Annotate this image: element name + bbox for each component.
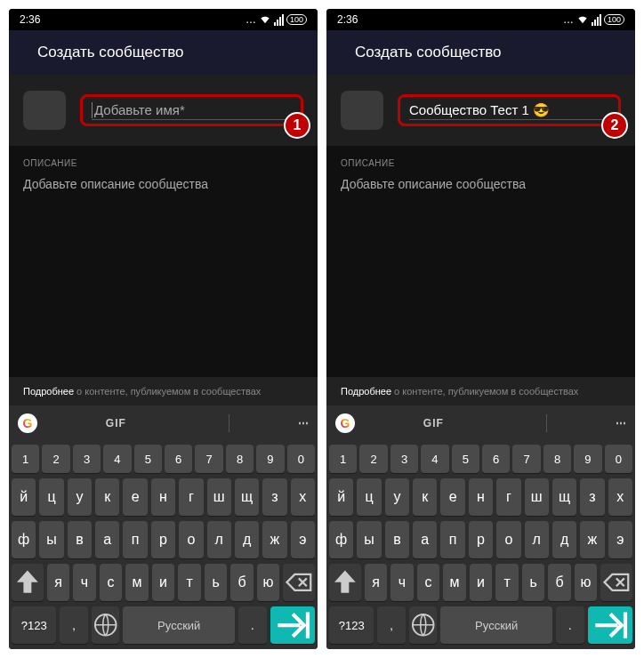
key-п[interactable]: п [123, 521, 147, 558]
key-ч[interactable]: ч [73, 564, 96, 601]
key-ь[interactable]: ь [522, 564, 545, 601]
key-щ[interactable]: щ [552, 478, 576, 516]
key-4[interactable]: 4 [103, 445, 131, 473]
key-ц[interactable]: ц [357, 478, 381, 516]
key-shift[interactable] [329, 564, 361, 601]
gif-button[interactable]: GIF [106, 417, 126, 429]
key-г[interactable]: г [496, 478, 520, 516]
key-ж[interactable]: ж [580, 521, 604, 558]
key-8[interactable]: 8 [226, 445, 254, 473]
key-р[interactable]: р [469, 521, 493, 558]
google-icon[interactable]: G [18, 413, 37, 433]
key-4[interactable]: 4 [421, 445, 448, 473]
description-input[interactable]: Добавьте описание сообщества [23, 177, 303, 191]
key-ы[interactable]: ы [39, 521, 63, 558]
key-3[interactable]: 3 [390, 445, 418, 473]
key-space[interactable]: Русский [440, 606, 552, 644]
key-э[interactable]: э [291, 521, 315, 558]
key-г[interactable]: г [179, 478, 203, 516]
key-comma[interactable]: , [377, 606, 405, 644]
add-photo-button[interactable] [341, 91, 383, 130]
key-language[interactable] [409, 606, 437, 644]
name-input-placeholder[interactable]: Добавьте имя* [94, 102, 185, 117]
name-input-value[interactable]: Сообщество Тест 1 😎 [409, 102, 550, 117]
more-icon[interactable]: ⋯ [298, 417, 309, 429]
key-а[interactable]: а [413, 521, 437, 558]
key-3[interactable]: 3 [73, 445, 101, 473]
key-6[interactable]: 6 [165, 445, 192, 473]
key-м[interactable]: м [443, 564, 466, 601]
add-photo-button[interactable] [23, 91, 66, 130]
key-ф[interactable]: ф [329, 521, 353, 558]
key-к[interactable]: к [95, 478, 119, 516]
key-у[interactable]: у [385, 478, 409, 516]
key-щ[interactable]: щ [235, 478, 259, 516]
key-х[interactable]: х [291, 478, 315, 516]
key-р[interactable]: р [151, 521, 175, 558]
key-5[interactable]: 5 [452, 445, 479, 473]
key-с[interactable]: с [100, 564, 123, 601]
key-н[interactable]: н [469, 478, 493, 516]
description-input[interactable]: Добавьте описание сообщества [341, 177, 621, 191]
key-5[interactable]: 5 [134, 445, 162, 473]
key-й[interactable]: й [329, 478, 353, 516]
key-ф[interactable]: ф [12, 521, 36, 558]
key-д[interactable]: д [552, 521, 576, 558]
key-с[interactable]: с [417, 564, 440, 601]
key-н[interactable]: н [151, 478, 175, 516]
key-й[interactable]: й [12, 478, 36, 516]
key-enter[interactable] [270, 606, 315, 644]
name-field[interactable]: Добавьте имя* 1 [80, 94, 303, 127]
key-т[interactable]: т [495, 564, 519, 601]
key-0[interactable]: 0 [605, 445, 632, 473]
key-7[interactable]: 7 [195, 445, 222, 473]
key-а[interactable]: а [95, 521, 119, 558]
key-з[interactable]: з [580, 478, 604, 516]
key-shift[interactable] [12, 564, 44, 601]
footer-info[interactable]: Подробнее о контенте, публикуемом в сооб… [326, 377, 635, 405]
key-у[interactable]: у [68, 478, 92, 516]
key-6[interactable]: 6 [482, 445, 510, 473]
key-symbols[interactable]: ?123 [329, 606, 374, 644]
key-ш[interactable]: ш [525, 478, 549, 516]
key-з[interactable]: з [262, 478, 286, 516]
key-symbols[interactable]: ?123 [12, 606, 56, 644]
google-icon[interactable]: G [335, 413, 355, 433]
key-о[interactable]: о [496, 521, 520, 558]
key-ч[interactable]: ч [390, 564, 414, 601]
key-ы[interactable]: ы [357, 521, 381, 558]
key-х[interactable]: х [608, 478, 632, 516]
key-period[interactable]: . [238, 606, 266, 644]
key-backspace[interactable] [283, 564, 315, 601]
footer-link[interactable]: Подробнее [23, 386, 74, 397]
key-space[interactable]: Русский [123, 606, 235, 644]
key-language[interactable] [92, 606, 119, 644]
key-к[interactable]: к [413, 478, 437, 516]
key-ж[interactable]: ж [262, 521, 286, 558]
key-ц[interactable]: ц [39, 478, 63, 516]
key-в[interactable]: в [68, 521, 92, 558]
key-т[interactable]: т [178, 564, 201, 601]
key-ю[interactable]: ю [257, 564, 280, 601]
key-9[interactable]: 9 [574, 445, 601, 473]
key-б[interactable]: б [548, 564, 571, 601]
key-ю[interactable]: ю [575, 564, 598, 601]
key-1[interactable]: 1 [12, 445, 39, 473]
key-8[interactable]: 8 [543, 445, 571, 473]
key-э[interactable]: э [608, 521, 632, 558]
key-comma[interactable]: , [60, 606, 87, 644]
more-icon[interactable]: ⋯ [616, 417, 626, 429]
key-о[interactable]: о [179, 521, 203, 558]
key-е[interactable]: е [123, 478, 147, 516]
key-и[interactable]: и [152, 564, 175, 601]
key-л[interactable]: л [525, 521, 549, 558]
key-л[interactable]: л [207, 521, 231, 558]
key-и[interactable]: и [470, 564, 493, 601]
key-б[interactable]: б [230, 564, 254, 601]
key-enter[interactable] [588, 606, 632, 644]
key-д[interactable]: д [235, 521, 259, 558]
key-1[interactable]: 1 [329, 445, 357, 473]
key-я[interactable]: я [47, 564, 70, 601]
key-9[interactable]: 9 [256, 445, 284, 473]
key-ь[interactable]: ь [205, 564, 228, 601]
